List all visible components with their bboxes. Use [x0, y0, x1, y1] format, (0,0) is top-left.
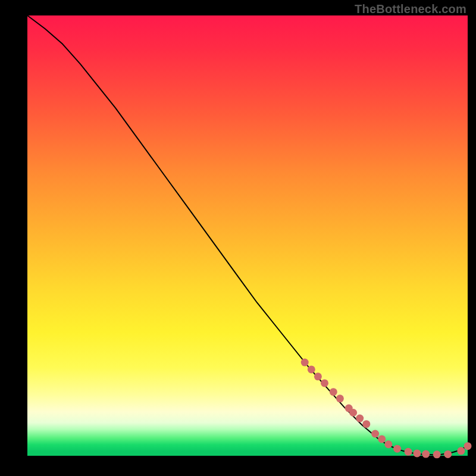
- data-point: [349, 409, 357, 416]
- data-point: [405, 448, 412, 456]
- chart-svg: [27, 15, 468, 456]
- data-point: [301, 359, 309, 367]
- data-point: [314, 372, 322, 380]
- data-point: [433, 450, 441, 458]
- curve-path: [27, 15, 468, 455]
- data-point: [444, 450, 452, 458]
- data-point: [371, 430, 379, 438]
- watermark-text: TheBottleneck.com: [355, 2, 466, 16]
- data-point: [330, 388, 337, 396]
- data-point: [393, 445, 401, 453]
- data-point: [362, 420, 370, 428]
- data-point: [413, 449, 421, 457]
- data-point: [464, 442, 472, 450]
- chart-frame: TheBottleneck.com: [0, 0, 476, 476]
- data-points: [301, 359, 472, 459]
- plot-area: [27, 15, 468, 456]
- data-point: [457, 447, 465, 455]
- data-point: [308, 365, 315, 373]
- data-point: [422, 450, 430, 458]
- data-point: [336, 394, 344, 402]
- data-point: [378, 435, 386, 443]
- line-series: [27, 15, 468, 455]
- data-point: [356, 415, 364, 422]
- data-point: [321, 379, 328, 387]
- data-point: [384, 440, 392, 448]
